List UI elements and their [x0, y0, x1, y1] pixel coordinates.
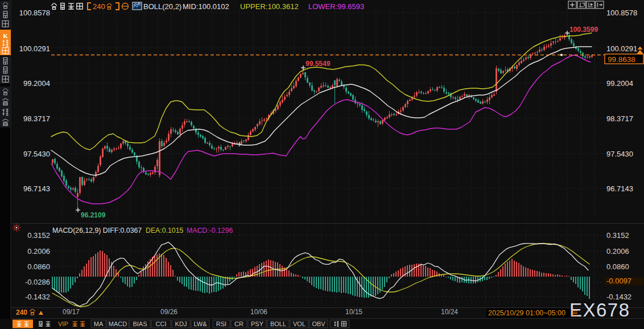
- svg-text:09/26: 09/26: [160, 308, 177, 316]
- svg-text:100.0291: 100.0291: [606, 44, 637, 53]
- svg-text:0.0860: 0.0860: [606, 262, 629, 271]
- svg-text:RSI: RSI: [216, 320, 226, 327]
- svg-text:100.8578: 100.8578: [19, 9, 50, 17]
- svg-text:-0.0286: -0.0286: [25, 278, 50, 286]
- svg-text:VOL: VOL: [293, 320, 306, 327]
- svg-text:BIAS: BIAS: [133, 320, 147, 327]
- svg-text:98.3717: 98.3717: [606, 114, 633, 123]
- svg-text:-0.0097: -0.0097: [606, 277, 631, 285]
- svg-text:LOWER:99.6593: LOWER:99.6593: [308, 2, 364, 11]
- svg-text:MID:100.0102: MID:100.0102: [183, 2, 229, 11]
- svg-text:99.5549: 99.5549: [306, 60, 331, 68]
- svg-text:0.2006: 0.2006: [606, 247, 629, 256]
- svg-text:LW&: LW&: [193, 320, 207, 327]
- svg-text:240: 240: [93, 2, 105, 11]
- svg-text:96.2109: 96.2109: [81, 211, 106, 219]
- svg-text:EX678: EX678: [569, 299, 630, 320]
- svg-text:97.5430: 97.5430: [23, 150, 50, 158]
- svg-text:PSY: PSY: [251, 320, 264, 327]
- svg-text:10/24: 10/24: [441, 308, 458, 316]
- svg-text:0.3152: 0.3152: [27, 231, 50, 240]
- svg-text:240: 240: [16, 309, 27, 316]
- svg-text:96.7143: 96.7143: [606, 184, 633, 193]
- svg-text:0.2006: 0.2006: [27, 247, 50, 256]
- svg-text:09/17: 09/17: [63, 308, 80, 316]
- svg-text:100.8578: 100.8578: [606, 9, 637, 17]
- svg-text:UPPER:100.3612: UPPER:100.3612: [240, 2, 299, 11]
- svg-text:0.3152: 0.3152: [606, 231, 629, 240]
- svg-text:-0.1432: -0.1432: [25, 293, 50, 301]
- svg-text:CCI: CCI: [156, 320, 167, 327]
- svg-text:99.2004: 99.2004: [23, 79, 50, 88]
- svg-text:CR: CR: [234, 320, 243, 327]
- svg-text:10/06: 10/06: [250, 308, 267, 316]
- svg-text:99.8638: 99.8638: [608, 55, 635, 64]
- svg-text:100.0291: 100.0291: [19, 44, 50, 53]
- svg-text:OBV: OBV: [312, 320, 325, 327]
- svg-text:98.3717: 98.3717: [23, 114, 50, 123]
- svg-text:2025/10/29 01:00~05:00: 2025/10/29 01:00~05:00: [488, 309, 565, 317]
- svg-text:100.3599: 100.3599: [569, 26, 598, 34]
- svg-text:MA: MA: [94, 320, 104, 327]
- svg-text:VIP: VIP: [58, 320, 68, 327]
- svg-text:99.2004: 99.2004: [606, 79, 633, 88]
- svg-text:0.0860: 0.0860: [27, 262, 50, 271]
- svg-text:MACD:-0.1296: MACD:-0.1296: [187, 227, 233, 235]
- svg-text:BOLL(20,2): BOLL(20,2): [143, 2, 181, 11]
- svg-text:KDJ: KDJ: [175, 320, 187, 327]
- svg-text:MACD(26,12,9) DIFF:0.0367: MACD(26,12,9) DIFF:0.0367: [52, 227, 142, 235]
- svg-text:MACD: MACD: [109, 320, 127, 327]
- svg-text:10/15: 10/15: [345, 308, 362, 316]
- svg-text:K: K: [3, 32, 8, 39]
- svg-text:DEA:0.1015: DEA:0.1015: [146, 227, 183, 235]
- svg-text:96.7143: 96.7143: [23, 184, 50, 193]
- svg-text:BOLL: BOLL: [270, 320, 286, 327]
- svg-text:97.5430: 97.5430: [606, 150, 633, 158]
